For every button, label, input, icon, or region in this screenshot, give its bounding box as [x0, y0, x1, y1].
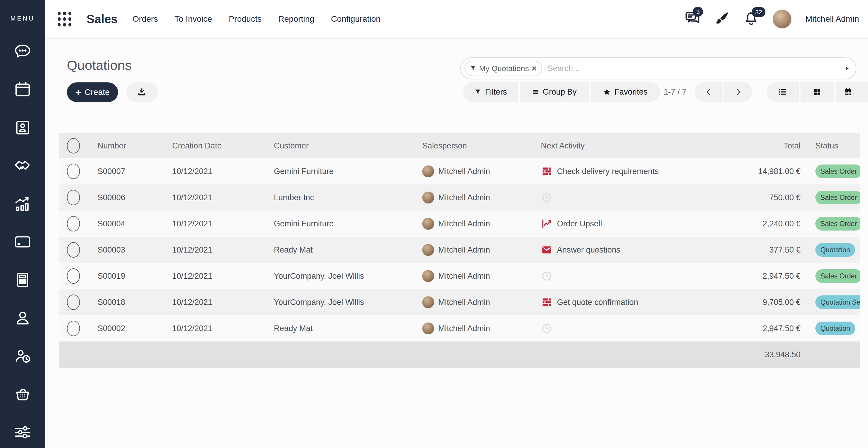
pager-previous-button[interactable] — [695, 82, 722, 102]
apps-grid-icon[interactable] — [58, 11, 72, 27]
table-row[interactable]: S00019 10/12/2021 YourCompany, Joel Will… — [59, 263, 860, 289]
pager-next-button[interactable] — [724, 82, 752, 102]
row-total: 2,240.00 € — [711, 219, 801, 229]
user-avatar[interactable] — [773, 9, 792, 29]
export-button[interactable] — [126, 82, 158, 102]
view-extra-button[interactable] — [861, 82, 868, 102]
nav-menu-configuration[interactable]: Configuration — [331, 14, 381, 24]
filter-chip-close-icon[interactable]: × — [532, 64, 537, 73]
sidebar-item-invoicing[interactable] — [13, 232, 32, 251]
person-clock-icon — [13, 347, 32, 365]
row-date: 10/12/2021 — [172, 298, 212, 307]
nav-menu-products[interactable]: Products — [229, 14, 262, 24]
clock-icon[interactable] — [541, 323, 553, 334]
handshake-icon — [13, 156, 32, 175]
row-checkbox[interactable] — [67, 268, 80, 284]
view-calendar-button[interactable] — [836, 82, 861, 102]
row-activity[interactable]: Order Upsell — [541, 218, 602, 230]
table-row[interactable]: S00018 10/12/2021 YourCompany, Joel Will… — [59, 289, 860, 315]
search-input[interactable]: Search... — [548, 64, 580, 73]
table-row[interactable]: S00002 10/12/2021 Ready Mat Mitchell Adm… — [59, 315, 860, 341]
table-row[interactable]: S00007 10/12/2021 Gemini Furniture Mitch… — [59, 158, 860, 184]
col-next-activity[interactable]: Next Activity — [541, 141, 585, 151]
user-name[interactable]: Mitchell Admin — [805, 14, 859, 24]
sidebar-item-crm[interactable] — [13, 156, 32, 175]
status-badge: Sales Order — [815, 191, 860, 204]
sidebar-item-attendance[interactable] — [13, 347, 32, 366]
group-by-button[interactable]: Group By — [520, 82, 589, 102]
row-activity[interactable]: Answer questions — [541, 244, 620, 256]
sliders-icon — [13, 423, 32, 442]
sidebar-item-calendar[interactable] — [13, 80, 32, 99]
search-filter-chip[interactable]: My Quotations × — [464, 61, 542, 76]
status-badge: Sales Order — [815, 217, 860, 231]
tasks-icon[interactable] — [541, 296, 553, 308]
line-chart-icon[interactable] — [541, 218, 553, 230]
row-checkbox[interactable] — [67, 321, 80, 336]
row-activity[interactable] — [541, 270, 557, 282]
search-bar[interactable]: My Quotations × Search... — [460, 57, 857, 80]
col-total[interactable]: Total — [711, 141, 801, 151]
row-customer: Lumber Inc — [274, 193, 314, 202]
row-customer: Ready Mat — [274, 245, 313, 255]
row-activity[interactable]: Check delivery requirements — [541, 166, 659, 177]
row-activity[interactable] — [541, 323, 557, 334]
filters-button[interactable]: Filters — [463, 82, 518, 102]
sidebar-item-accounting[interactable] — [13, 270, 32, 290]
status-badge: Quotation Sent — [815, 295, 860, 309]
col-creation-date[interactable]: Creation Date — [172, 141, 222, 151]
view-list-button[interactable] — [767, 82, 799, 102]
theme-brush-button[interactable] — [714, 11, 730, 27]
row-customer: Gemini Furniture — [274, 167, 334, 176]
row-checkbox[interactable] — [67, 163, 80, 179]
tasks-icon[interactable] — [541, 166, 553, 177]
nav-menu-to-invoice[interactable]: To Invoice — [175, 14, 212, 24]
create-button-label: Create — [85, 87, 110, 97]
sidebar-item-employees[interactable] — [13, 308, 32, 328]
status-badge: Sales Order — [815, 165, 860, 178]
envelope-icon[interactable] — [541, 244, 553, 256]
menu-label[interactable]: MENU — [0, 15, 45, 22]
row-checkbox[interactable] — [67, 190, 80, 205]
sidebar-item-discuss[interactable] — [13, 42, 32, 61]
app-name[interactable]: Sales — [87, 12, 118, 26]
calculator-icon — [13, 271, 32, 289]
nav-menu-reporting[interactable]: Reporting — [278, 14, 314, 24]
table-row[interactable]: S00006 10/12/2021 Lumber Inc Mitchell Ad… — [59, 184, 860, 211]
view-kanban-button[interactable] — [801, 82, 834, 102]
salesperson-avatar — [422, 296, 434, 308]
chat-bubble-icon — [13, 42, 32, 61]
select-all-checkbox[interactable] — [67, 138, 80, 153]
messages-button[interactable]: 3 — [685, 10, 701, 28]
col-number[interactable]: Number — [97, 141, 126, 151]
clock-icon[interactable] — [541, 191, 553, 204]
sidebar-item-contacts[interactable] — [13, 118, 32, 137]
salesperson-avatar — [422, 244, 434, 256]
table-row[interactable]: S00003 10/12/2021 Ready Mat Mitchell Adm… — [59, 237, 860, 263]
funnel-icon — [470, 65, 476, 72]
row-date: 10/12/2021 — [172, 324, 212, 333]
row-activity-label: Check delivery requirements — [557, 167, 659, 176]
sidebar-item-sales[interactable] — [13, 194, 32, 213]
bar-chart-icon — [13, 195, 32, 213]
list-view-icon — [778, 87, 787, 96]
row-activity[interactable]: Get quote confirmation — [541, 296, 638, 308]
row-checkbox[interactable] — [67, 295, 80, 310]
row-checkbox[interactable] — [67, 242, 80, 258]
sidebar-item-settings[interactable] — [13, 423, 32, 442]
sidebar-item-purchase[interactable] — [13, 385, 32, 404]
row-checkbox[interactable] — [67, 216, 80, 232]
col-customer[interactable]: Customer — [274, 141, 309, 151]
salesperson-avatar — [422, 323, 434, 334]
table-row[interactable]: S00004 10/12/2021 Gemini Furniture Mitch… — [59, 211, 860, 237]
col-salesperson[interactable]: Salesperson — [422, 141, 467, 151]
clock-icon[interactable] — [541, 270, 553, 282]
col-status[interactable]: Status — [815, 141, 838, 151]
favorites-button[interactable]: Favorites — [591, 82, 660, 102]
search-caret-icon[interactable] — [846, 67, 849, 70]
create-button[interactable]: + Create — [67, 82, 118, 102]
row-number: S00004 — [97, 219, 125, 229]
nav-menu-orders[interactable]: Orders — [133, 14, 158, 24]
notifications-button[interactable]: 32 — [743, 11, 759, 27]
row-activity[interactable] — [541, 191, 557, 204]
